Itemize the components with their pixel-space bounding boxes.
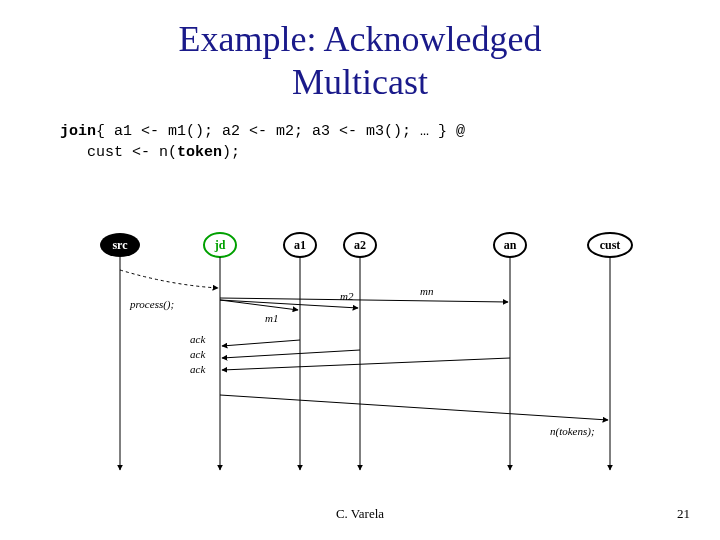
code-l2-c: ); xyxy=(222,144,240,161)
title-line-1: Example: Acknowledged xyxy=(179,19,542,59)
title-line-2: Multicast xyxy=(292,62,428,102)
footer-page-number: 21 xyxy=(677,506,690,522)
code-l2-a: cust <- n( xyxy=(60,144,177,161)
svg-text:src: src xyxy=(112,238,128,252)
label-mn: mn xyxy=(420,285,434,297)
svg-text:a2: a2 xyxy=(354,238,366,252)
arrow-process xyxy=(120,270,218,288)
arrow-ntokens xyxy=(220,395,608,420)
node-cust: cust xyxy=(588,233,632,257)
label-ack1: ack xyxy=(190,333,206,345)
code-block: join{ a1 <- m1(); a2 <- m2; a3 <- m3(); … xyxy=(60,122,720,163)
footer-author: C. Varela xyxy=(0,506,720,522)
node-a2: a2 xyxy=(344,233,376,257)
sequence-diagram: src jd a1 a2 an cust process(); m1 m2 mn… xyxy=(90,230,660,480)
label-m1: m1 xyxy=(265,312,278,324)
svg-text:a1: a1 xyxy=(294,238,306,252)
label-ack2: ack xyxy=(190,348,206,360)
svg-text:an: an xyxy=(504,238,517,252)
node-an: an xyxy=(494,233,526,257)
node-src: src xyxy=(100,233,140,257)
svg-text:cust: cust xyxy=(600,238,621,252)
label-process: process(); xyxy=(129,298,174,311)
arrow-mn xyxy=(220,298,508,302)
code-l1-rest: { a1 <- m1(); a2 <- m2; a3 <- m3(); … } … xyxy=(96,123,465,140)
slide-title: Example: Acknowledged Multicast xyxy=(0,18,720,104)
arrow-m2 xyxy=(220,300,358,308)
kw-join: join xyxy=(60,123,96,140)
arrow-ack1 xyxy=(222,340,300,346)
kw-token: token xyxy=(177,144,222,161)
arrow-ack2 xyxy=(222,350,360,358)
label-ntokens: n(tokens); xyxy=(550,425,595,438)
svg-text:jd: jd xyxy=(214,238,226,252)
node-a1: a1 xyxy=(284,233,316,257)
label-ack3: ack xyxy=(190,363,206,375)
arrow-m1 xyxy=(220,300,298,310)
node-jd: jd xyxy=(204,233,236,257)
arrow-ack3 xyxy=(222,358,510,370)
